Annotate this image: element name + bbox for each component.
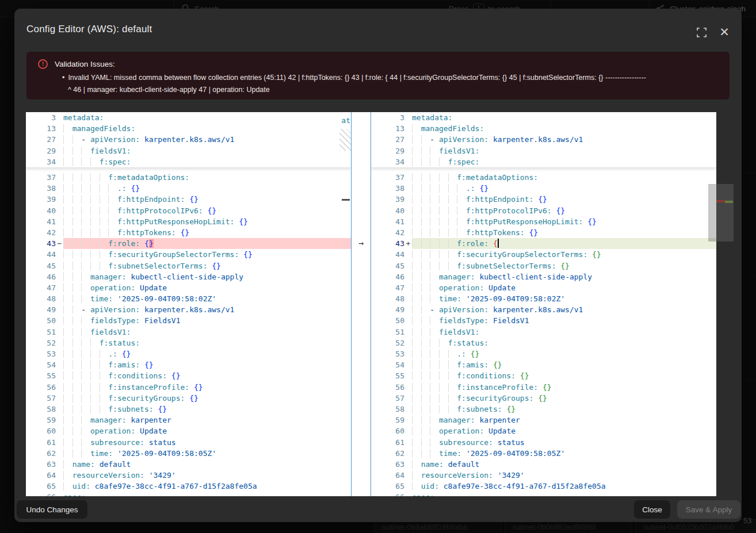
code-line: 39 f:httpEndpoint: {} <box>371 194 716 205</box>
code-line: 46 manager: kubectl-client-side-apply <box>371 271 716 282</box>
code-line: 47 operation: Update <box>371 282 716 293</box>
code-line: 45 f:subnetSelectorTerms: {} <box>26 260 351 271</box>
code-line: 63 name: default <box>26 459 351 470</box>
sticky-scroll-original: 3metadata:13 managedFields:27 - apiVersi… <box>26 112 351 168</box>
code-line: 27 - apiVersion: karpenter.k8s.aws/v1 <box>26 134 351 145</box>
diff-editor-original[interactable]: 3metadata:13 managedFields:27 - apiVersi… <box>26 112 351 496</box>
config-editor-dialog: Config Editor (AWS): default ✕ ! Validat… <box>14 9 742 522</box>
fullscreen-icon[interactable] <box>694 25 708 39</box>
overview-added-mark <box>725 201 733 203</box>
overview-removed-mark <box>716 200 724 202</box>
overview-viewport <box>716 184 734 241</box>
code-line: 53 .: {} <box>371 348 716 359</box>
code-line: 34 f:spec: <box>371 156 716 167</box>
diff-overview-ruler[interactable] <box>716 112 734 496</box>
code-line: 61 subresource: status <box>371 437 716 448</box>
code-line: 51 fieldsV1: <box>371 327 716 338</box>
code-line: 56 f:instanceProfile: {} <box>26 382 351 393</box>
code-line: 66spec: <box>371 492 716 496</box>
code-line: 65 uid: c8afe97e-38cc-4f91-a767-d15f2a8f… <box>371 481 716 492</box>
code-line: 56 f:instanceProfile: {} <box>371 382 716 393</box>
code-line: 43+ f:role: { <box>371 238 716 249</box>
code-line: 40 f:httpProtocolIPv6: {} <box>26 205 351 216</box>
code-line: 40 f:httpProtocolIPv6: {} <box>371 205 716 216</box>
clipped-edge-text: at <box>341 116 350 125</box>
modified-scrollbar[interactable] <box>708 184 716 241</box>
code-line: 54 f:amis: {} <box>26 359 351 370</box>
code-line: 42 f:httpTokens: {} <box>371 227 716 238</box>
code-line: 62 time: '2025-09-04T09:58:05Z' <box>26 448 351 459</box>
code-line: 37 f:metadataOptions: <box>371 172 716 183</box>
code-line: 60 operation: Update <box>371 425 716 436</box>
original-scrollbar[interactable] <box>342 199 350 201</box>
close-icon[interactable]: ✕ <box>717 25 731 39</box>
code-line: 50 fieldsType: FieldsV1 <box>26 315 351 326</box>
code-line: 48 time: '2025-09-04T09:58:02Z' <box>26 293 351 304</box>
code-line: 65 uid: c8afe97e-38cc-4f91-a767-d15f2a8f… <box>26 481 351 492</box>
code-line: 37 f:metadataOptions: <box>26 172 351 183</box>
code-line: 60 operation: Update <box>26 425 351 436</box>
code-line: 58 f:subnets: {} <box>371 404 716 415</box>
code-line: 57 f:securityGroups: {} <box>371 393 716 404</box>
code-line: 44 f:securityGroupSelectorTerms: {} <box>371 249 716 260</box>
code-line: 63 name: default <box>371 459 716 470</box>
validation-message-line1: •Invalid YAML: missed comma between flow… <box>62 74 646 82</box>
code-line: 59 manager: karpenter <box>371 415 716 425</box>
code-line: 27 - apiVersion: karpenter.k8s.aws/v1 <box>371 134 716 145</box>
dialog-title: Config Editor (AWS): default <box>26 24 152 35</box>
validation-title: Validation Issues: <box>55 60 115 68</box>
code-line: 13 managedFields: <box>26 123 351 134</box>
sticky-scroll-modified: 3metadata:13 managedFields:27 - apiVersi… <box>371 112 716 168</box>
code-line: 29 fieldsV1: <box>26 145 351 156</box>
code-line: 38 .: {} <box>371 183 716 194</box>
diff-splitter[interactable]: → <box>351 112 371 496</box>
code-line: 3metadata: <box>26 112 351 123</box>
code-line: 43− f:role: {} <box>26 238 351 249</box>
validation-message-line2: ^ 46 | manager: kubectl-client-side-appl… <box>68 86 270 94</box>
code-line: 64 resourceVersion: '3429' <box>371 470 716 481</box>
validation-issues-banner: ! Validation Issues: •Invalid YAML: miss… <box>26 52 730 99</box>
code-line: 53 .: {} <box>26 348 351 359</box>
code-line: 45 f:subnetSelectorTerms: {} <box>371 260 716 271</box>
code-line: 58 f:subnets: {} <box>26 404 351 415</box>
revert-change-arrow[interactable]: → <box>352 238 371 249</box>
code-line: 64 resourceVersion: '3429' <box>26 470 351 481</box>
code-line: 42 f:httpTokens: {} <box>26 227 351 238</box>
code-line: 39 f:httpEndpoint: {} <box>26 194 351 205</box>
bullet: • <box>62 74 64 82</box>
code-line: 3metadata: <box>371 112 716 123</box>
code-line: 34 f:spec: <box>26 156 351 167</box>
undo-changes-button[interactable]: Undo Changes <box>17 500 87 519</box>
close-button[interactable]: Close <box>634 500 670 519</box>
code-line: 55 f:conditions: {} <box>26 370 351 381</box>
code-line: 52 f:status: <box>371 338 716 348</box>
code-line: 46 manager: kubectl-client-side-apply <box>26 271 351 282</box>
code-line: 44 f:securityGroupSelectorTerms: {} <box>26 249 351 260</box>
code-line: 50 fieldsType: FieldsV1 <box>371 315 716 326</box>
code-line: 29 fieldsV1: <box>371 145 716 156</box>
code-line: 61 subresource: status <box>26 437 351 448</box>
code-line: 62 time: '2025-09-04T09:58:05Z' <box>371 448 716 459</box>
code-line: 52 f:status: <box>26 338 351 348</box>
save-apply-button[interactable]: Save & Apply <box>677 500 740 519</box>
code-line: 49 - apiVersion: karpenter.k8s.aws/v1 <box>26 304 351 315</box>
diff-editor-modified[interactable]: 3metadata:13 managedFields:27 - apiVersi… <box>371 112 716 496</box>
code-line: 47 operation: Update <box>26 282 351 293</box>
code-line: 13 managedFields: <box>371 123 716 134</box>
page: Search Press / to search Cluster: anirba… <box>0 0 756 533</box>
code-line: 55 f:conditions: {} <box>371 370 716 381</box>
code-line: 41 f:httpPutResponseHopLimit: {} <box>371 216 716 227</box>
code-line: 41 f:httpPutResponseHopLimit: {} <box>26 216 351 227</box>
code-line: 59 manager: karpenter <box>26 415 351 425</box>
code-line: 48 time: '2025-09-04T09:58:02Z' <box>371 293 716 304</box>
code-line: 54 f:amis: {} <box>371 359 716 370</box>
code-line: 66spec: <box>26 492 351 496</box>
hidden-region-hatch <box>339 129 351 151</box>
code-line: 51 fieldsV1: <box>26 327 351 338</box>
code-line: 57 f:securityGroups: {} <box>26 393 351 404</box>
error-icon: ! <box>38 59 48 69</box>
code-line: 38 .: {} <box>26 183 351 194</box>
code-line: 49 - apiVersion: karpenter.k8s.aws/v1 <box>371 304 716 315</box>
